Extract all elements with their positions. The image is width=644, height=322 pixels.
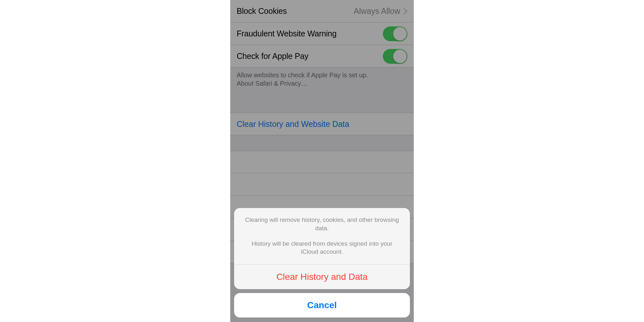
section-spacer — [230, 97, 414, 113]
cancel-button[interactable]: Cancel — [234, 293, 410, 317]
fraud-warning-label: Fraudulent Website Warning — [237, 29, 336, 38]
about-safari-privacy-link[interactable]: About Safari & Privacy… — [237, 79, 407, 88]
chevron-right-icon — [403, 8, 407, 14]
block-cookies-label: Block Cookies — [237, 6, 287, 16]
clear-history-label: Clear History and Website Data — [237, 119, 349, 129]
obscured-row — [230, 151, 414, 173]
sheet-message-line-1: Clearing will remove history, cookies, a… — [243, 216, 401, 232]
section-footer: Allow websites to check if Apple Pay is … — [230, 68, 414, 97]
apple-pay-label: Check for Apple Pay — [237, 52, 308, 61]
footer-line-1: Allow websites to check if Apple Pay is … — [237, 71, 407, 79]
check-apple-pay-row[interactable]: Check for Apple Pay — [230, 45, 414, 68]
safari-settings-screen: Block Cookies Always Allow Fraudulent We… — [230, 0, 414, 322]
fraudulent-website-warning-row[interactable]: Fraudulent Website Warning — [230, 23, 414, 45]
action-sheet-main-group: Clearing will remove history, cookies, a… — [234, 208, 410, 289]
apple-pay-toggle[interactable] — [383, 49, 407, 64]
toggle-knob — [393, 27, 407, 41]
block-cookies-value: Always Allow — [354, 6, 401, 16]
block-cookies-value-container: Always Allow — [354, 6, 408, 16]
obscured-row — [230, 173, 414, 196]
action-sheet: Clearing will remove history, cookies, a… — [230, 204, 414, 322]
sheet-message-line-2: History will be cleared from devices sig… — [243, 240, 401, 256]
toggle-knob — [393, 50, 407, 63]
clear-history-and-data-button[interactable]: Clear History and Data — [234, 265, 410, 289]
section-spacer — [230, 135, 414, 151]
action-sheet-cancel-group: Cancel — [234, 293, 410, 317]
fraud-warning-toggle[interactable] — [383, 26, 407, 41]
action-sheet-message: Clearing will remove history, cookies, a… — [234, 208, 410, 264]
block-cookies-row[interactable]: Block Cookies Always Allow — [230, 0, 414, 23]
clear-history-row[interactable]: Clear History and Website Data — [230, 113, 414, 135]
